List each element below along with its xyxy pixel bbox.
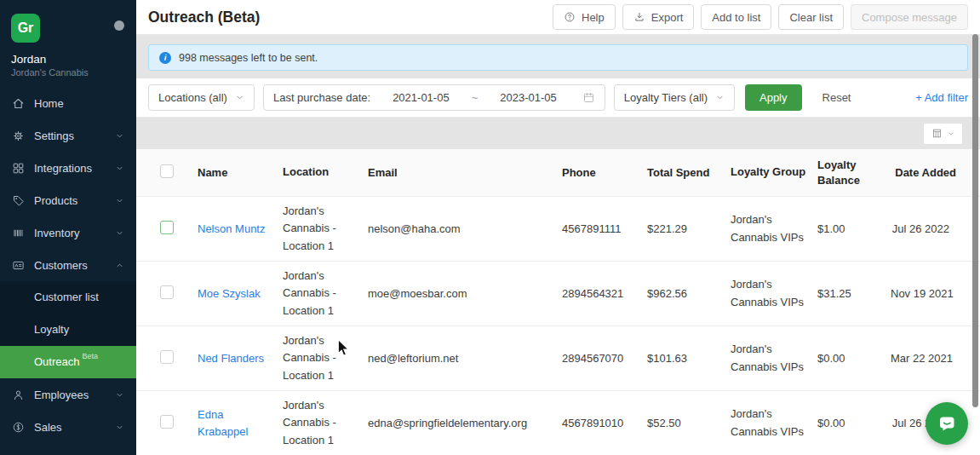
select-all-checkbox[interactable] <box>160 164 174 178</box>
add-filter-button[interactable]: + Add filter <box>915 91 968 104</box>
chevron-down-icon <box>235 93 244 102</box>
row-select-cell <box>160 285 198 302</box>
topbar-actions: HelpExportAdd to listClear listCompose m… <box>553 4 968 30</box>
column-header-balance: Loyalty Balance <box>817 158 891 187</box>
cell-group: Jordan's Cannabis VIPs <box>731 406 817 440</box>
column-picker-button[interactable] <box>923 123 963 145</box>
sidebar-item-employees[interactable]: Employees <box>0 378 136 411</box>
date-to-value[interactable]: 2023-01-05 <box>500 91 557 104</box>
compose-message-button[interactable]: Compose message <box>851 4 968 30</box>
clear-list-button[interactable]: Clear list <box>778 4 844 30</box>
sidebar-subitem-customer-list[interactable]: Customer list <box>0 281 136 314</box>
tag-icon <box>12 194 25 207</box>
cell-group: Jordan's Cannabis VIPs <box>731 211 817 245</box>
sidebar-item-label: Customers <box>34 259 88 272</box>
row-checkbox[interactable] <box>160 350 174 364</box>
table-row: Nelson MuntzJordan's Cannabis - Location… <box>136 196 980 261</box>
table-columns-icon <box>931 128 943 139</box>
locations-filter-dropdown[interactable]: Locations (all) <box>148 84 255 111</box>
add-to-list-button[interactable]: Add to list <box>701 4 771 30</box>
table-row: Moe SzyslakJordan's Cannabis - Location … <box>136 261 980 325</box>
cell-phone: 4567891010 <box>562 417 647 429</box>
cell-name: Ned Flanders <box>198 350 283 367</box>
loyalty-tiers-filter-label: Loyalty Tiers (all) <box>624 91 708 104</box>
sidebar-item-label: Sales <box>34 421 62 434</box>
cell-location: Jordan's Cannabis - Location 1 <box>283 397 368 448</box>
cell-total: $52.50 <box>647 417 731 429</box>
sidebar-item-home[interactable]: Home <box>0 87 136 119</box>
barcode-icon <box>12 227 25 239</box>
customer-name-link[interactable]: Moe Szyslak <box>198 287 261 300</box>
date-from-value[interactable]: 2021-01-05 <box>393 91 450 104</box>
row-select-cell <box>160 415 198 431</box>
row-select-cell <box>160 221 198 237</box>
chevron-down-icon <box>115 196 124 205</box>
customer-table: NameLocationEmailPhoneTotal SpendLoyalty… <box>136 149 980 455</box>
chevron-up-icon <box>115 261 124 270</box>
chat-launcher-button[interactable] <box>926 402 968 445</box>
table-header-row: NameLocationEmailPhoneTotal SpendLoyalty… <box>136 149 980 196</box>
button-label: Export <box>651 11 684 24</box>
cell-balance: $0.00 <box>817 352 891 365</box>
column-header-name: Name <box>198 165 283 181</box>
cell-date: Nov 19 2021 <box>891 287 956 300</box>
reset-button[interactable]: Reset <box>822 91 851 104</box>
customer-name-link[interactable]: Nelson Muntz <box>198 222 265 235</box>
download-icon <box>633 11 645 23</box>
sidebar-subitem-loyalty[interactable]: Loyalty <box>0 314 136 346</box>
sidebar-item-label: Employees <box>34 389 89 401</box>
app-logo[interactable]: Gr <box>11 14 40 43</box>
customer-name-link[interactable]: Edna Krabappel <box>198 408 248 438</box>
cell-total: $221.29 <box>647 222 731 235</box>
export-button[interactable]: Export <box>622 4 695 30</box>
app-root: Gr Jordan Jordan's Cannabis HomeSettings… <box>0 0 980 455</box>
cell-name: Moe Szyslak <box>198 285 283 302</box>
top-bar: Outreach (Beta) HelpExportAdd to listCle… <box>136 0 980 35</box>
help-button[interactable]: Help <box>553 4 616 30</box>
sidebar-item-products[interactable]: Products <box>0 184 136 216</box>
sidebar-item-sales[interactable]: Sales <box>0 411 136 443</box>
select-all-cell <box>160 164 198 181</box>
question-circle-icon <box>564 11 576 23</box>
row-checkbox[interactable] <box>160 221 174 234</box>
sidebar-subitem-label: Loyalty <box>34 323 69 336</box>
sidebar-item-label: Integrations <box>34 162 92 175</box>
sidebar-subitem-label: Outreach <box>34 355 79 368</box>
chevron-down-icon <box>115 423 124 432</box>
banner-container: i 998 messages left to be sent. <box>136 35 980 78</box>
loyalty-tiers-filter-dropdown[interactable]: Loyalty Tiers (all) <box>614 84 735 111</box>
sidebar-item-label: Settings <box>34 130 74 142</box>
customer-name-link[interactable]: Ned Flanders <box>198 352 264 365</box>
sidebar-item-inventory[interactable]: Inventory <box>0 216 136 249</box>
date-range-label: Last purchase date: <box>273 91 370 104</box>
cell-location: Jordan's Cannabis - Location 1 <box>283 203 368 254</box>
sidebar-item-integrations[interactable]: Integrations <box>0 152 136 184</box>
sidebar-collapse-dot[interactable] <box>114 20 124 31</box>
row-checkbox[interactable] <box>160 285 174 299</box>
sidebar-subitem-outreach[interactable]: OutreachBeta <box>0 346 136 378</box>
sidebar-item-label: Products <box>34 194 77 207</box>
apply-button[interactable]: Apply <box>745 84 802 111</box>
user-name: Jordan <box>0 43 136 67</box>
sidebar-item-label: Inventory <box>34 227 79 239</box>
table-row: Ned FlandersJordan's Cannabis - Location… <box>136 325 980 390</box>
sidebar-item-customers[interactable]: Customers <box>0 249 136 281</box>
sidebar: Gr Jordan Jordan's Cannabis HomeSettings… <box>0 0 136 455</box>
sidebar-item-settings[interactable]: Settings <box>0 119 136 152</box>
cell-name: Nelson Muntz <box>198 221 283 238</box>
cell-balance: $1.00 <box>817 222 891 235</box>
filter-bar: Locations (all) Last purchase date: 2021… <box>136 78 980 118</box>
grid-icon <box>12 162 25 175</box>
scrollbar-thumb[interactable] <box>972 34 978 407</box>
column-header-email: Email <box>368 165 562 181</box>
chevron-down-icon <box>115 228 124 238</box>
table-row: Edna KrabappelJordan's Cannabis - Locati… <box>136 390 980 455</box>
person-icon <box>12 389 25 401</box>
page-title: Outreach (Beta) <box>148 9 260 26</box>
cell-total: $962.56 <box>647 287 731 300</box>
chevron-down-icon <box>947 130 955 138</box>
date-range-filter[interactable]: Last purchase date: 2021-01-05 ~ 2023-01… <box>263 84 605 111</box>
cell-email: edna@springfieldelementary.org <box>368 417 562 429</box>
row-checkbox[interactable] <box>160 415 174 429</box>
cell-group: Jordan's Cannabis VIPs <box>731 341 817 375</box>
